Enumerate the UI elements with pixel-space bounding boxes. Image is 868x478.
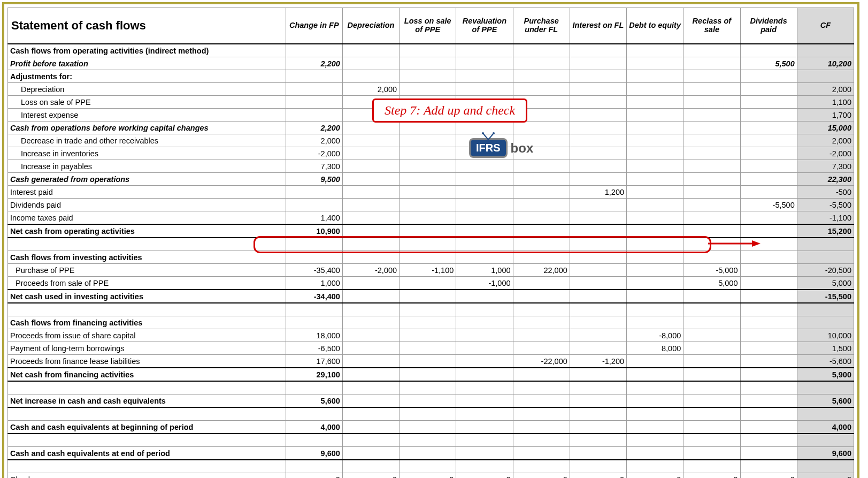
cell[interactable] — [400, 329, 456, 342]
cell[interactable] — [342, 160, 399, 173]
cell[interactable] — [286, 186, 342, 199]
cell[interactable] — [400, 447, 456, 460]
cell[interactable]: 22,000 — [513, 264, 570, 277]
cell[interactable] — [740, 134, 797, 147]
cell[interactable] — [570, 277, 626, 290]
cell[interactable] — [456, 160, 513, 173]
cell[interactable] — [797, 434, 854, 447]
cell[interactable] — [627, 122, 683, 134]
cell[interactable] — [286, 460, 342, 473]
cell[interactable] — [400, 434, 456, 447]
cell[interactable] — [400, 407, 456, 421]
cell[interactable] — [513, 44, 570, 57]
cell[interactable] — [570, 447, 626, 460]
cell[interactable] — [740, 329, 797, 342]
cell[interactable] — [797, 44, 854, 57]
cell[interactable] — [286, 251, 342, 264]
cell[interactable] — [513, 434, 570, 447]
cell[interactable] — [570, 290, 626, 303]
cell[interactable] — [683, 173, 740, 186]
cell[interactable] — [683, 251, 740, 264]
cell[interactable] — [570, 44, 626, 57]
cell[interactable]: 2,000 — [797, 134, 854, 147]
cell[interactable] — [456, 394, 513, 408]
cell[interactable] — [683, 96, 740, 109]
cell[interactable]: 5,000 — [797, 277, 854, 290]
cell[interactable] — [683, 355, 740, 368]
cell[interactable] — [740, 264, 797, 277]
cell[interactable] — [570, 238, 626, 251]
cell[interactable] — [570, 224, 626, 238]
cell[interactable] — [456, 290, 513, 303]
cell[interactable] — [286, 316, 342, 329]
cell[interactable] — [683, 447, 740, 460]
cell[interactable] — [740, 96, 797, 109]
cell[interactable] — [683, 434, 740, 447]
cell[interactable] — [513, 394, 570, 408]
cell[interactable] — [683, 303, 740, 316]
cell[interactable] — [513, 70, 570, 83]
cell[interactable] — [627, 160, 683, 173]
cell[interactable] — [513, 251, 570, 264]
cell[interactable]: 1,100 — [797, 96, 854, 109]
cell[interactable]: 1,700 — [797, 109, 854, 122]
cell[interactable] — [627, 290, 683, 303]
cell[interactable] — [400, 83, 456, 96]
cell[interactable]: 10,200 — [797, 57, 854, 70]
cell[interactable] — [683, 394, 740, 408]
cell[interactable] — [400, 277, 456, 290]
cell[interactable] — [570, 303, 626, 316]
cell[interactable] — [570, 96, 626, 109]
cell[interactable] — [513, 147, 570, 160]
cell[interactable] — [400, 199, 456, 211]
cell[interactable] — [683, 57, 740, 70]
cell[interactable] — [740, 238, 797, 251]
cell[interactable]: 7,300 — [797, 160, 854, 173]
cell[interactable] — [740, 186, 797, 199]
cell[interactable] — [456, 122, 513, 134]
cell[interactable] — [456, 303, 513, 316]
cell[interactable] — [342, 447, 399, 460]
cell[interactable] — [740, 407, 797, 421]
cell[interactable]: 18,000 — [286, 329, 342, 342]
cell[interactable] — [570, 329, 626, 342]
cell[interactable] — [627, 147, 683, 160]
cell[interactable]: 10,900 — [286, 224, 342, 238]
cell[interactable] — [513, 316, 570, 329]
cell[interactable] — [513, 83, 570, 96]
cell[interactable] — [627, 303, 683, 316]
cell[interactable] — [400, 421, 456, 434]
cell[interactable] — [342, 211, 399, 225]
cell[interactable] — [627, 134, 683, 147]
cell[interactable] — [740, 70, 797, 83]
cell[interactable] — [513, 342, 570, 355]
cell[interactable] — [740, 83, 797, 96]
cell[interactable] — [400, 134, 456, 147]
cell[interactable] — [627, 96, 683, 109]
cell[interactable]: -8,000 — [627, 329, 683, 342]
cell[interactable]: -2,000 — [286, 147, 342, 160]
cell[interactable]: 5,000 — [683, 277, 740, 290]
cell[interactable] — [513, 199, 570, 211]
cell[interactable]: 29,100 — [286, 368, 342, 381]
cell[interactable] — [683, 421, 740, 434]
cell[interactable] — [400, 251, 456, 264]
cell[interactable] — [456, 70, 513, 83]
cell[interactable] — [342, 329, 399, 342]
cell[interactable]: 2,000 — [797, 83, 854, 96]
cell[interactable] — [627, 421, 683, 434]
cell[interactable] — [286, 381, 342, 394]
cell[interactable] — [342, 434, 399, 447]
cell[interactable] — [342, 199, 399, 211]
cell[interactable]: 1,200 — [570, 186, 626, 199]
cell[interactable] — [570, 381, 626, 394]
cell[interactable] — [513, 381, 570, 394]
cell[interactable] — [456, 44, 513, 57]
cell[interactable] — [683, 211, 740, 225]
cell[interactable] — [627, 316, 683, 329]
cell[interactable] — [400, 238, 456, 251]
cell[interactable]: 1,000 — [456, 264, 513, 277]
cell[interactable]: 1,100 — [400, 96, 456, 109]
cell[interactable] — [400, 173, 456, 186]
cell[interactable] — [513, 109, 570, 122]
